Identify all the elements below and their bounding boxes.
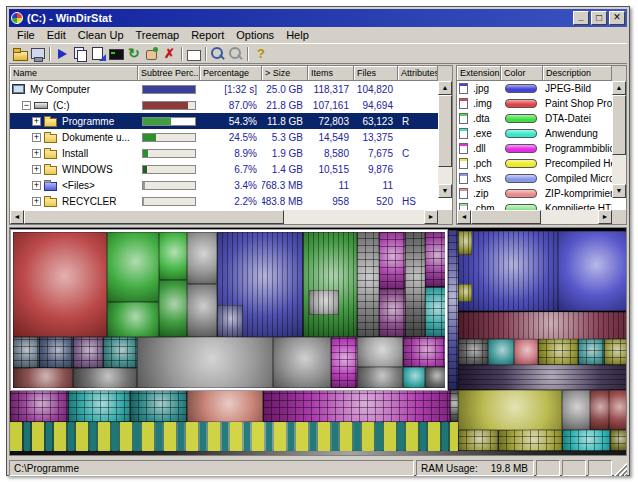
directory-hscrollbar[interactable]: ◄ ► (10, 210, 438, 224)
directory-vscrollbar[interactable]: ▲ ▼ (438, 81, 452, 198)
zoom-out-button[interactable] (227, 45, 245, 63)
expand-toggle[interactable]: + (32, 165, 41, 174)
menu-edit[interactable]: Edit (41, 28, 72, 42)
expand-toggle[interactable]: + (32, 181, 41, 190)
treemap-rect[interactable] (458, 312, 627, 339)
list-item-dll[interactable]: .dllProgrammbibliot (457, 141, 612, 156)
resume-button[interactable] (53, 45, 71, 63)
scroll-down-icon[interactable]: ▼ (612, 184, 626, 198)
menu-clean-up[interactable]: Clean Up (72, 28, 130, 42)
expand-toggle[interactable]: + (32, 117, 41, 126)
column-header-files[interactable]: Files (354, 66, 398, 81)
scroll-left-icon[interactable]: ◄ (10, 210, 24, 224)
column-header-description[interactable]: Description (543, 66, 612, 81)
treemap-rect[interactable] (558, 231, 627, 311)
select-drives-button[interactable] (29, 45, 47, 63)
list-item-jpg[interactable]: .jpgJPEG-Bild (457, 81, 612, 96)
table-row-my-computer[interactable]: My Computer[1:32 s]25.0 GB118,317104,820 (10, 81, 438, 97)
scroll-up-icon[interactable]: ▲ (438, 81, 452, 95)
table-row-c[interactable]: −(C:)87.0%21.8 GB107,16194,694 (10, 97, 438, 113)
treemap-rect[interactable] (458, 390, 562, 430)
hscroll-thumb[interactable] (471, 210, 541, 224)
zoom-in-button[interactable] (209, 45, 227, 63)
treemap-rect[interactable] (450, 390, 458, 422)
treemap-rect[interactable] (538, 339, 578, 365)
new-folder-button[interactable] (185, 45, 203, 63)
list-item-pch[interactable]: .pchPrecompiled Hea (457, 156, 612, 171)
menu-treemap[interactable]: Treemap (130, 28, 186, 42)
resize-grip[interactable] (614, 460, 627, 476)
treemap-rect[interactable] (562, 430, 610, 451)
hscroll-thumb[interactable] (24, 210, 284, 224)
menu-report[interactable]: Report (185, 28, 230, 42)
menu-file[interactable]: File (11, 28, 41, 42)
scroll-right-icon[interactable]: ► (424, 210, 438, 224)
scroll-left-icon[interactable]: ◄ (457, 210, 471, 224)
list-item-hxs[interactable]: .hxsCompiled Micros (457, 171, 612, 186)
treemap-rect[interactable] (187, 390, 263, 422)
open-folder-button[interactable] (11, 45, 29, 63)
treemap[interactable] (9, 227, 627, 456)
column-header-size[interactable]: > Size (262, 66, 308, 81)
expand-toggle[interactable]: − (22, 101, 31, 110)
treemap-rect[interactable] (488, 339, 514, 365)
treemap-rect[interactable] (10, 422, 458, 451)
table-row-install[interactable]: +Install8.9%1.9 GB8,5807,675C (10, 145, 438, 161)
scroll-up-icon[interactable]: ▲ (612, 81, 626, 95)
treemap-rect[interactable] (458, 430, 498, 451)
column-header-color[interactable]: Color (501, 66, 543, 81)
list-item-exe[interactable]: .exeAnwendung (457, 126, 612, 141)
expand-toggle[interactable]: + (32, 149, 41, 158)
vscroll-thumb[interactable] (612, 95, 626, 155)
console-button[interactable] (107, 45, 125, 63)
close-button[interactable] (609, 11, 625, 25)
column-header-extension[interactable]: Extension (457, 66, 501, 81)
treemap-rect[interactable] (448, 230, 458, 390)
treemap-rect[interactable] (458, 339, 488, 365)
treemap-rect[interactable] (263, 390, 450, 422)
treemap-rect[interactable] (604, 339, 627, 365)
column-header-subtree-perc[interactable]: Subtree Perc... (138, 66, 200, 81)
column-header-name[interactable]: Name (10, 66, 138, 81)
paste-button[interactable] (89, 45, 107, 63)
table-row-programme[interactable]: +Programme54.3%11.8 GB72,80363,123R (10, 113, 438, 129)
scroll-right-icon[interactable]: ► (598, 210, 612, 224)
column-header-items[interactable]: Items (308, 66, 354, 81)
treemap-rect[interactable] (514, 339, 538, 365)
treemap-rect[interactable] (130, 390, 187, 422)
column-header-percentage[interactable]: Percentage (200, 66, 262, 81)
cleanup-button[interactable] (143, 45, 161, 63)
table-row-dokumente-u[interactable]: +Dokumente u...24.5%5.3 GB14,54913,375 (10, 129, 438, 145)
menu-options[interactable]: Options (230, 28, 280, 42)
list-item-zip[interactable]: .zipZIP-komprimiert (457, 186, 612, 201)
treemap-rect[interactable] (498, 430, 562, 451)
treemap-rect[interactable] (562, 390, 590, 430)
table-row-recycler[interactable]: +RECYCLER2.2%483.8 MB958520HS (10, 193, 438, 209)
refresh-button[interactable] (125, 45, 143, 63)
treemap-rect[interactable] (610, 430, 627, 451)
app-icon[interactable] (11, 12, 23, 24)
table-row-windows[interactable]: +WINDOWS6.7%1.4 GB10,5159,876 (10, 161, 438, 177)
vscroll-thumb[interactable] (438, 95, 452, 167)
treemap-rect[interactable] (10, 390, 68, 422)
expand-toggle[interactable]: + (32, 133, 41, 142)
treemap-rect[interactable] (458, 365, 627, 390)
expand-toggle[interactable]: + (32, 197, 41, 206)
list-item-img[interactable]: .imgPaint Shop Pro 5 (457, 96, 612, 111)
help-button[interactable] (251, 45, 269, 63)
table-row-files[interactable]: +<Files>3.4%768.3 MB1111 (10, 177, 438, 193)
extension-vscrollbar[interactable]: ▲ ▼ (612, 81, 626, 198)
copy-button[interactable] (71, 45, 89, 63)
column-header-attributes[interactable]: Attributes (398, 66, 438, 81)
treemap-rect[interactable] (10, 451, 627, 456)
extension-hscrollbar[interactable]: ◄ ► (457, 210, 612, 224)
treemap-rect[interactable] (458, 231, 558, 311)
minimize-button[interactable] (573, 11, 589, 25)
delete-button[interactable] (161, 45, 179, 63)
treemap-rect[interactable] (578, 339, 604, 365)
maximize-button[interactable] (591, 11, 607, 25)
list-item-dta[interactable]: .dtaDTA-Datei (457, 111, 612, 126)
treemap-rect[interactable] (68, 390, 130, 422)
treemap-rect[interactable] (590, 390, 609, 430)
treemap-rect[interactable] (609, 390, 627, 430)
